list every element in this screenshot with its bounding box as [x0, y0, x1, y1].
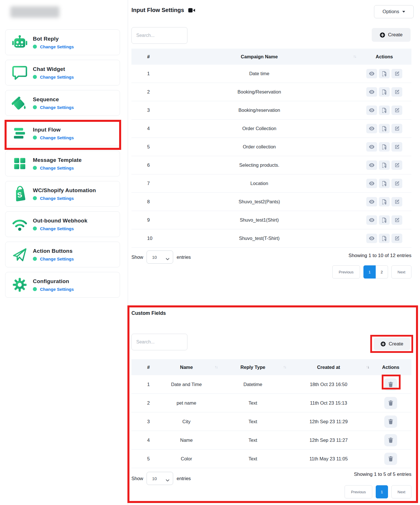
change-settings-link[interactable]: Change Settings: [40, 135, 74, 140]
sidebar-item-input-flow[interactable]: Input Flow Change Settings: [5, 120, 120, 146]
export-button[interactable]: [379, 124, 390, 133]
options-label: Options: [383, 9, 399, 15]
sort-icon[interactable]: ↑↓: [353, 54, 356, 59]
view-button[interactable]: [366, 142, 377, 152]
sidebar-item-sequence[interactable]: Sequence Change Settings: [5, 90, 120, 116]
sidebar-item-bot-reply[interactable]: Bot Reply Change Settings: [5, 29, 120, 55]
change-settings-link[interactable]: Change Settings: [40, 226, 74, 231]
change-settings-link[interactable]: Change Settings: [40, 257, 74, 261]
view-button[interactable]: [366, 197, 377, 206]
edit-button[interactable]: [391, 106, 402, 115]
column-header-name[interactable]: Name ↑↓: [154, 365, 219, 370]
page-number-button[interactable]: 1: [376, 485, 388, 498]
status-dot-icon: [33, 166, 37, 170]
export-icon: [382, 126, 387, 131]
row-number: 8: [131, 199, 161, 204]
sidebar-item-chat-widget[interactable]: Chat Widget Change Settings: [5, 60, 120, 86]
search-input[interactable]: [131, 27, 187, 44]
edit-button[interactable]: [391, 69, 402, 78]
edit-icon: [395, 218, 399, 222]
options-button[interactable]: Options: [374, 5, 414, 18]
sidebar-item-out-bound-webhook[interactable]: Out-bound Webhook Change Settings: [5, 211, 120, 237]
video-camera-icon[interactable]: [188, 8, 195, 13]
table-row: 6 Selecting products.: [131, 156, 411, 174]
field-name: pet name: [154, 400, 219, 406]
sidebar-item-message-template[interactable]: Message Template Change Settings: [5, 151, 120, 176]
change-settings-link[interactable]: Change Settings: [40, 166, 74, 170]
column-header-created-at[interactable]: Created at ↑↓: [287, 365, 370, 370]
sort-icon[interactable]: ↑↓: [283, 365, 286, 369]
edit-icon: [395, 71, 399, 76]
export-button[interactable]: [379, 106, 390, 115]
column-header-campaign-name[interactable]: Campaign Name ↑↓: [161, 54, 357, 59]
webhook-icon: [11, 218, 28, 231]
delete-button[interactable]: [384, 397, 397, 409]
custom-fields-create-button[interactable]: Create: [374, 338, 410, 350]
export-icon: [382, 163, 387, 168]
delete-button[interactable]: [384, 453, 397, 465]
view-button[interactable]: [366, 124, 377, 133]
export-icon: [382, 236, 387, 241]
row-number: 6: [131, 162, 161, 168]
export-button[interactable]: [379, 142, 390, 152]
sidebar-item-action-buttons[interactable]: Action Buttons Change Settings: [5, 242, 120, 267]
view-button[interactable]: [366, 215, 377, 225]
sidebar-item-wc-shopify-automation[interactable]: S WC/Shopify Automation Change Settings: [5, 181, 120, 207]
view-button[interactable]: [366, 106, 377, 115]
create-button[interactable]: Create: [372, 28, 411, 42]
view-button[interactable]: [366, 87, 377, 97]
export-button[interactable]: [379, 160, 390, 170]
edit-button[interactable]: [391, 160, 402, 170]
edit-button[interactable]: [391, 87, 402, 97]
view-button[interactable]: [366, 179, 377, 188]
delete-button[interactable]: [384, 415, 397, 428]
export-button[interactable]: [379, 215, 390, 225]
custom-fields-search-input[interactable]: [131, 334, 187, 350]
plus-circle-icon: [381, 341, 386, 347]
page-number-button[interactable]: 2: [376, 265, 388, 279]
delete-button[interactable]: [384, 378, 397, 391]
page-number-button[interactable]: 1: [363, 265, 376, 279]
view-button[interactable]: [366, 160, 377, 170]
sidebar-item-label: Input Flow: [33, 127, 74, 133]
export-button[interactable]: [379, 87, 390, 97]
sort-icon[interactable]: ↑↓: [366, 365, 369, 369]
configuration-icon: [11, 277, 28, 292]
edit-button[interactable]: [391, 197, 402, 206]
view-icon: [369, 126, 375, 131]
next-page-button[interactable]: Next: [391, 265, 411, 279]
export-icon: [382, 144, 387, 150]
edit-icon: [395, 199, 399, 204]
edit-button[interactable]: [391, 234, 402, 243]
edit-button[interactable]: [391, 142, 402, 152]
next-page-button[interactable]: Next: [391, 485, 411, 498]
edit-icon: [395, 126, 399, 131]
export-button[interactable]: [379, 179, 390, 188]
edit-button[interactable]: [391, 179, 402, 188]
export-button[interactable]: [379, 197, 390, 206]
sort-icon[interactable]: ↑↓: [215, 365, 217, 369]
view-button[interactable]: [366, 234, 377, 243]
change-settings-link[interactable]: Change Settings: [40, 196, 74, 201]
export-button[interactable]: [379, 69, 390, 78]
export-button[interactable]: [379, 234, 390, 243]
change-settings-link[interactable]: Change Settings: [40, 287, 74, 292]
reply-type: Datetime: [219, 382, 287, 387]
field-name: Color: [154, 456, 219, 462]
previous-page-button[interactable]: Previous: [345, 485, 372, 498]
sidebar-item-configuration[interactable]: Configuration Change Settings: [5, 272, 120, 298]
change-settings-link[interactable]: Change Settings: [40, 75, 74, 79]
change-settings-link[interactable]: Change Settings: [40, 44, 74, 49]
view-button[interactable]: [366, 69, 377, 78]
column-header-reply-type[interactable]: Reply Type ↑↓: [219, 365, 287, 370]
change-settings-link[interactable]: Change Settings: [40, 105, 74, 110]
previous-page-button[interactable]: Previous: [332, 265, 360, 279]
edit-button[interactable]: [391, 124, 402, 133]
row-number: 1: [131, 71, 161, 76]
delete-button[interactable]: [384, 434, 397, 446]
created-at: 12th Sep 23 11:29: [287, 419, 370, 424]
campaign-name: Shuvo_test(T-Shirt): [161, 236, 357, 241]
edit-button[interactable]: [391, 215, 402, 225]
edit-icon: [395, 90, 399, 94]
sidebar-item-label: Sequence: [33, 96, 74, 103]
